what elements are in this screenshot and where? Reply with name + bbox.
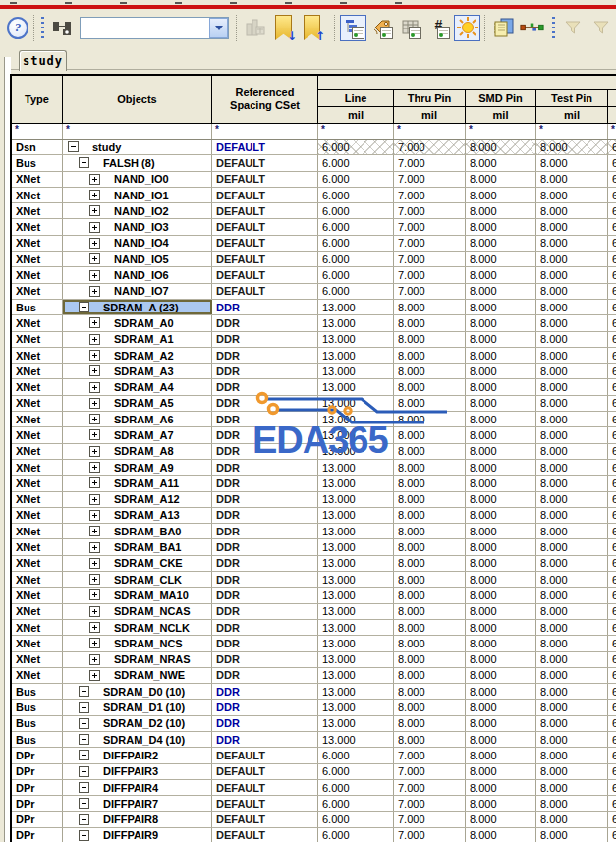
val-line[interactable]: 13.000 bbox=[318, 588, 394, 602]
val-test[interactable]: 8.000 bbox=[536, 620, 608, 635]
row-object-cell[interactable]: SDRAM_A (23) bbox=[63, 300, 212, 314]
tree-view-button[interactable] bbox=[340, 15, 366, 41]
val-smd[interactable]: 8.000 bbox=[466, 396, 536, 411]
val-smd[interactable]: 8.000 bbox=[466, 300, 536, 314]
val-smd[interactable]: 8.000 bbox=[466, 508, 536, 523]
val-thru[interactable]: 8.000 bbox=[394, 700, 466, 714]
expand-toggle[interactable] bbox=[79, 798, 89, 809]
val-thru[interactable]: 7.000 bbox=[394, 828, 466, 842]
row-cset-cell[interactable]: DDR bbox=[212, 427, 318, 442]
row-cset-cell[interactable]: DDR bbox=[212, 700, 318, 714]
val-test[interactable]: 8.000 bbox=[536, 652, 608, 667]
val-smd[interactable]: 8.000 bbox=[466, 716, 536, 731]
expand-toggle[interactable] bbox=[79, 702, 89, 713]
val-test[interactable]: 8.000 bbox=[536, 716, 608, 731]
row-object-cell[interactable]: study bbox=[63, 140, 212, 154]
val-thru[interactable]: 7.000 bbox=[394, 780, 466, 795]
filter-cell[interactable]: * bbox=[536, 124, 608, 139]
val-smd[interactable]: 8.000 bbox=[466, 332, 536, 347]
row-cset-cell[interactable]: DDR bbox=[212, 508, 318, 523]
val-line[interactable]: 13.000 bbox=[318, 427, 394, 442]
val-thru[interactable]: 8.000 bbox=[394, 620, 466, 635]
expand-toggle[interactable] bbox=[89, 414, 100, 424]
row-object-cell[interactable]: DIFFPAIR9 bbox=[63, 828, 212, 842]
val-smd[interactable]: 8.000 bbox=[466, 492, 536, 507]
expand-toggle[interactable] bbox=[89, 622, 100, 633]
val-thru[interactable]: 8.000 bbox=[394, 396, 466, 411]
val-test[interactable]: 8.000 bbox=[536, 636, 608, 650]
row-cset-cell[interactable]: DDR bbox=[212, 364, 318, 378]
val-smd[interactable]: 8.000 bbox=[466, 203, 536, 218]
val-test[interactable]: 8.000 bbox=[536, 379, 608, 394]
expand-toggle[interactable] bbox=[79, 686, 89, 697]
row-cset-cell[interactable]: DEFAULT bbox=[212, 172, 318, 187]
val-line[interactable]: 6.000 bbox=[318, 764, 394, 779]
val-smd[interactable]: 8.000 bbox=[466, 379, 536, 394]
val-clipped[interactable]: 6. bbox=[608, 588, 616, 602]
val-clipped[interactable]: 6. bbox=[608, 700, 616, 714]
row-cset-cell[interactable]: DDR bbox=[212, 492, 318, 507]
val-line[interactable]: 6.000 bbox=[318, 203, 394, 218]
val-line[interactable]: 13.000 bbox=[318, 620, 394, 635]
row-object-cell[interactable]: NAND_IO0 bbox=[63, 172, 212, 187]
val-thru[interactable]: 7.000 bbox=[394, 219, 466, 234]
val-line[interactable]: 13.000 bbox=[318, 684, 394, 699]
row-cset-cell[interactable]: DDR bbox=[212, 300, 318, 314]
val-line[interactable]: 6.000 bbox=[318, 796, 394, 811]
val-clipped[interactable]: 6. bbox=[608, 732, 616, 747]
val-thru[interactable]: 8.000 bbox=[394, 476, 466, 490]
val-test[interactable]: 8.000 bbox=[536, 267, 608, 282]
val-test[interactable]: 8.000 bbox=[536, 315, 608, 330]
expand-toggle[interactable] bbox=[89, 654, 100, 665]
val-smd[interactable]: 8.000 bbox=[466, 636, 536, 650]
val-clipped[interactable]: 6. bbox=[608, 652, 616, 667]
row-cset-cell[interactable]: DEFAULT bbox=[212, 267, 318, 282]
row-cset-cell[interactable]: DDR bbox=[212, 556, 318, 571]
val-clipped[interactable]: 6. bbox=[608, 508, 616, 523]
val-smd[interactable]: 8.000 bbox=[466, 732, 536, 747]
val-test[interactable]: 8.000 bbox=[536, 812, 608, 826]
filter-cell[interactable]: * bbox=[63, 124, 212, 139]
val-smd[interactable]: 8.000 bbox=[466, 236, 536, 251]
row-object-cell[interactable]: SDRAM_A3 bbox=[63, 364, 212, 378]
val-line[interactable]: 13.000 bbox=[318, 332, 394, 347]
val-line[interactable]: 13.000 bbox=[318, 604, 394, 619]
row-object-cell[interactable]: SDRAM_NCLK bbox=[63, 620, 212, 635]
val-thru[interactable]: 7.000 bbox=[394, 140, 466, 154]
expand-toggle[interactable] bbox=[89, 174, 100, 185]
row-object-cell[interactable]: SDRAM_A1 bbox=[63, 332, 212, 347]
row-object-cell[interactable]: SDRAM_A12 bbox=[63, 492, 212, 507]
val-clipped[interactable]: 6. bbox=[608, 748, 616, 762]
val-line[interactable]: 13.000 bbox=[318, 572, 394, 587]
val-smd[interactable]: 8.000 bbox=[466, 476, 536, 490]
val-clipped[interactable]: 6. bbox=[608, 556, 616, 571]
row-cset-cell[interactable]: DDR bbox=[212, 604, 318, 619]
val-clipped[interactable]: 6. bbox=[608, 267, 616, 282]
val-line[interactable]: 13.000 bbox=[318, 524, 394, 538]
val-test[interactable]: 8.000 bbox=[536, 300, 608, 314]
val-line[interactable]: 13.000 bbox=[318, 476, 394, 490]
val-clipped[interactable]: 6. bbox=[608, 539, 616, 554]
val-line[interactable]: 6.000 bbox=[318, 155, 394, 170]
val-test[interactable]: 8.000 bbox=[536, 364, 608, 378]
row-cset-cell[interactable]: DDR bbox=[212, 379, 318, 394]
val-line[interactable]: 6.000 bbox=[318, 780, 394, 795]
val-smd[interactable]: 8.000 bbox=[466, 604, 536, 619]
val-clipped[interactable]: 6. bbox=[608, 444, 616, 459]
expand-toggle[interactable] bbox=[79, 718, 89, 729]
row-object-cell[interactable]: SDRAM_D0 (10) bbox=[63, 684, 212, 699]
val-smd[interactable]: 8.000 bbox=[466, 444, 536, 459]
row-cset-cell[interactable]: DDR bbox=[212, 332, 318, 347]
val-line[interactable]: 13.000 bbox=[318, 556, 394, 571]
row-object-cell[interactable]: SDRAM_A4 bbox=[63, 379, 212, 394]
row-cset-cell[interactable]: DDR bbox=[212, 684, 318, 699]
filter-cell[interactable]: * bbox=[318, 124, 394, 139]
val-line[interactable]: 13.000 bbox=[318, 700, 394, 714]
row-cset-cell[interactable]: DEFAULT bbox=[212, 748, 318, 762]
row-object-cell[interactable]: SDRAM_CKE bbox=[63, 556, 212, 571]
val-thru[interactable]: 8.000 bbox=[394, 556, 466, 571]
row-object-cell[interactable]: DIFFPAIR7 bbox=[63, 796, 212, 811]
row-object-cell[interactable]: SDRAM_A9 bbox=[63, 460, 212, 475]
row-cset-cell[interactable]: DDR bbox=[212, 444, 318, 459]
val-thru[interactable]: 8.000 bbox=[394, 524, 466, 538]
